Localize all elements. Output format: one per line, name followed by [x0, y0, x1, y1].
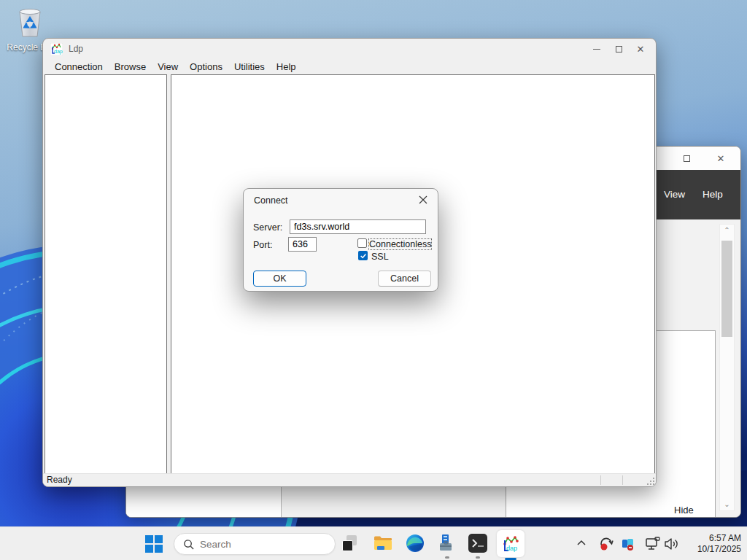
check-icon: [360, 252, 367, 260]
connect-dialog-titlebar[interactable]: Connect: [244, 189, 438, 211]
port-label: Port:: [253, 240, 272, 250]
tray-volume-icon[interactable]: [664, 537, 680, 551]
menu-utilities[interactable]: Utilities: [228, 61, 271, 72]
svg-text:dap: dap: [54, 49, 63, 55]
sm-maximize-button[interactable]: [676, 150, 697, 166]
edge-browser-icon[interactable]: [406, 534, 425, 553]
ldp-taskbar-icon: dap: [501, 534, 520, 553]
ok-button[interactable]: OK: [253, 271, 306, 287]
tray-sync-icon[interactable]: [598, 536, 614, 552]
ldp-minimize-button[interactable]: [586, 41, 608, 57]
tray-clock[interactable]: 6:57 AM 10/17/2025: [689, 533, 741, 555]
scrollbar-down-arrow[interactable]: ⌄: [720, 499, 734, 510]
search-icon: [183, 539, 194, 550]
ldp-menubar: Connection Browse View Options Utilities…: [43, 59, 656, 74]
ldp-tree-pane[interactable]: [44, 74, 167, 474]
sm-scrollbar[interactable]: ⌃ ⌄: [719, 224, 735, 511]
terminal-icon[interactable]: [468, 534, 487, 553]
ssl-checkbox[interactable]: [358, 251, 368, 260]
scrollbar-thumb[interactable]: [721, 241, 732, 337]
connect-dialog-title: Connect: [254, 195, 288, 206]
menu-options[interactable]: Options: [184, 61, 228, 72]
search-box[interactable]: [174, 533, 336, 555]
ldp-window-title: Ldp: [69, 44, 83, 54]
menu-help[interactable]: Help: [271, 61, 302, 72]
port-input[interactable]: [288, 237, 317, 252]
clock-date: 10/17/2025: [689, 544, 741, 555]
sm-menu-help[interactable]: Help: [703, 189, 723, 200]
ldp-close-button[interactable]: ✕: [630, 41, 651, 57]
tray-chevron-up-icon[interactable]: [576, 539, 587, 548]
sm-close-button[interactable]: ✕: [710, 150, 732, 166]
resize-grip[interactable]: [647, 478, 654, 485]
tray-network-icon[interactable]: [645, 537, 661, 551]
ssl-label[interactable]: SSL: [371, 252, 389, 262]
recycle-bin-icon: [15, 6, 45, 38]
search-input[interactable]: [200, 539, 317, 550]
ldp-statusbar: Ready: [43, 473, 656, 486]
server-manager-icon[interactable]: [438, 534, 457, 553]
menu-connection[interactable]: Connection: [49, 61, 109, 72]
file-explorer-icon[interactable]: [374, 534, 392, 552]
terminal-running-dot: [476, 556, 480, 559]
menu-browse[interactable]: Browse: [109, 61, 152, 72]
dialog-close-icon[interactable]: [417, 194, 429, 206]
server-label: Server:: [253, 222, 282, 233]
scrollbar-up-arrow[interactable]: ⌃: [720, 225, 734, 236]
terminal-glyph: [468, 534, 487, 553]
connect-dialog: Connect Server: Port: Connectionless SSL…: [243, 188, 438, 292]
menu-view[interactable]: View: [152, 61, 184, 72]
connectionless-checkbox[interactable]: [357, 238, 367, 248]
server-manager-running-dot: [445, 556, 449, 559]
svg-text:dap: dap: [506, 545, 517, 552]
ldp-taskbar-button[interactable]: dap: [497, 530, 525, 557]
ldp-maximize-button[interactable]: [608, 41, 630, 57]
taskbar: dap 6:57 AM 10/17/2025: [0, 526, 747, 560]
status-text: Ready: [47, 475, 72, 485]
cancel-button[interactable]: Cancel: [378, 271, 431, 287]
ldp-titlebar[interactable]: dap Ldp ✕: [43, 39, 656, 59]
ldp-app-icon: dap: [50, 43, 63, 55]
server-input[interactable]: [290, 219, 426, 234]
hide-link[interactable]: Hide: [674, 505, 694, 516]
tray-server-status-icon[interactable]: [620, 536, 636, 552]
clock-time: 6:57 AM: [689, 533, 741, 544]
sm-menu-view[interactable]: View: [664, 189, 685, 200]
task-view-icon[interactable]: [341, 534, 359, 552]
start-button[interactable]: [145, 535, 163, 553]
connectionless-label[interactable]: Connectionless: [369, 239, 431, 249]
